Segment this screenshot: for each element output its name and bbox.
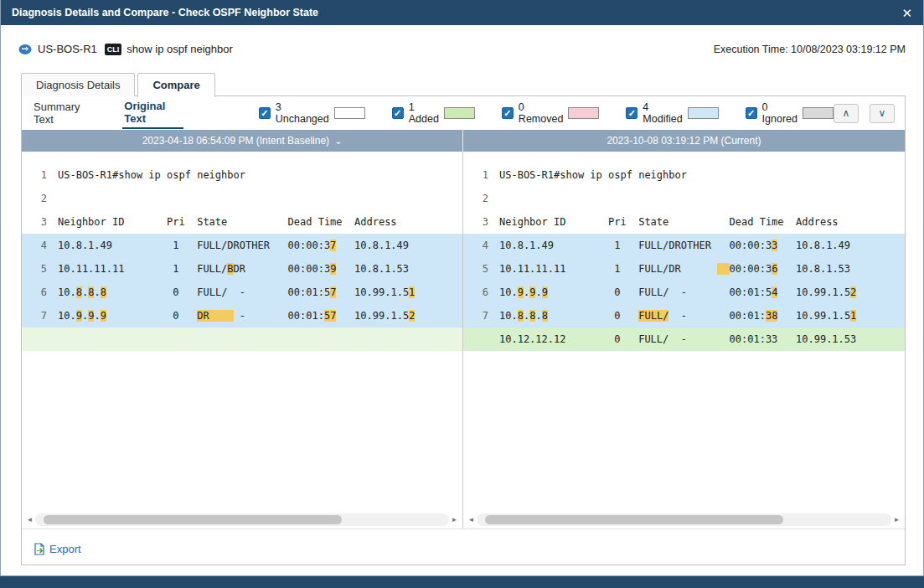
filter-label: 4 Modified <box>643 101 682 125</box>
scrollbar-track[interactable] <box>477 513 891 526</box>
color-swatch <box>568 107 599 119</box>
color-swatch <box>688 107 719 119</box>
filter-label: 3 Unchanged <box>276 101 329 125</box>
diff-left-pane: 1US-BOS-R1#show ip ospf neighbor23Neighb… <box>22 152 463 529</box>
compare-column-headers: 2023-04-18 06:54:09 PM (Intent Baseline)… <box>22 130 905 152</box>
scroll-right-arrow-icon[interactable]: ► <box>891 516 902 524</box>
device-icon <box>18 44 32 55</box>
line-number: 6 <box>22 286 58 298</box>
scroll-right-arrow-icon[interactable]: ► <box>449 516 460 524</box>
scroll-left-arrow-icon[interactable]: ◄ <box>466 516 477 524</box>
view-summary-text[interactable]: Summary Text <box>32 98 95 128</box>
checkbox-icon[interactable]: ✓ <box>392 107 404 119</box>
export-label: Export <box>49 543 81 555</box>
tab-bar: Diagnosis Details Compare <box>1 73 923 96</box>
line-text: 10.12.12.12 0 FULL/ - 00:01:33 10.99.1.5… <box>499 333 856 345</box>
panel-footer: Export <box>22 529 905 568</box>
line-number: 4 <box>22 240 58 251</box>
diff-line: 710.9.9.9 0 DR - 00:01:57 10.99.1.52 <box>22 304 462 328</box>
diff-line: 2 <box>22 187 462 210</box>
line-number: 1 <box>463 169 499 181</box>
checkbox-icon[interactable]: ✓ <box>626 107 638 119</box>
export-icon <box>34 543 45 555</box>
line-text: US-BOS-R1#show ip ospf neighbor <box>58 169 245 181</box>
filter-1-added[interactable]: ✓1 Added <box>392 101 475 125</box>
tab-diagnosis-details[interactable]: Diagnosis Details <box>21 73 135 96</box>
diff-nav-buttons: ∧ ∨ <box>834 104 895 123</box>
device-info: US-BOS-R1 CLI show ip ospf neighbor <box>18 43 233 55</box>
diff-line: 610.8.8.8 0 FULL/ - 00:01:57 10.99.1.51 <box>22 281 462 304</box>
diff-line: 3Neighbor ID Pri State Dead Time Address <box>463 210 905 234</box>
diff-line: 610.9.9.9 0 FULL/ - 00:01:54 10.99.1.52 <box>463 281 905 304</box>
diff-line: 10.12.12.12 0 FULL/ - 00:01:33 10.99.1.5… <box>463 328 905 351</box>
diff-view: 1US-BOS-R1#show ip ospf neighbor23Neighb… <box>22 152 905 529</box>
device-header: US-BOS-R1 CLI show ip ospf neighbor Exec… <box>1 25 923 73</box>
line-number: 2 <box>22 193 58 204</box>
line-number: 3 <box>22 216 58 228</box>
filter-group: ✓3 Unchanged✓1 Added✓0 Removed✓4 Modifie… <box>259 101 834 125</box>
scrollbar-track[interactable] <box>35 513 449 526</box>
line-number: 4 <box>463 240 499 251</box>
line-number: 7 <box>463 310 499 322</box>
title-bar: Diagnosis Details and Compare - Check OS… <box>1 0 923 25</box>
scroll-left-arrow-icon[interactable]: ◄ <box>24 516 35 524</box>
line-text: 10.8.8.8 0 FULL/ - 00:01:38 10.99.1.51 <box>499 310 856 322</box>
line-text: US-BOS-R1#show ip ospf neighbor <box>499 169 687 181</box>
diff-right-pane: 1US-BOS-R1#show ip ospf neighbor23Neighb… <box>463 152 905 529</box>
compare-panel: Summary Text Original Text ✓3 Unchanged✓… <box>21 95 906 565</box>
line-text: 10.11.11.11 1 FULL/BDR 00:00:39 10.8.1.5… <box>58 263 409 275</box>
dialog-title: Diagnosis Details and Compare - Check OS… <box>12 7 318 18</box>
color-swatch <box>334 107 365 119</box>
horizontal-scrollbar[interactable]: ◄ ► <box>466 513 902 526</box>
line-text: 10.9.9.9 0 FULL/ - 00:01:54 10.99.1.52 <box>499 286 856 298</box>
filter-0-removed[interactable]: ✓0 Removed <box>502 101 600 125</box>
filter-label: 0 Ignored <box>762 101 798 125</box>
filter-label: 0 Removed <box>519 101 564 125</box>
baseline-lines: 1US-BOS-R1#show ip ospf neighbor23Neighb… <box>22 152 462 351</box>
previous-diff-button[interactable]: ∧ <box>834 104 859 123</box>
line-number: 5 <box>463 263 499 275</box>
baseline-header-label: 2023-04-18 06:54:09 PM (Intent Baseline) <box>142 135 329 147</box>
diff-line: 3Neighbor ID Pri State Dead Time Address <box>22 210 462 234</box>
scrollbar-thumb[interactable] <box>485 515 783 524</box>
current-header: 2023-10-08 03:19:12 PM (Current) <box>463 130 905 152</box>
filter-label: 1 Added <box>409 101 439 125</box>
current-lines: 1US-BOS-R1#show ip ospf neighbor23Neighb… <box>463 152 905 351</box>
device-name: US-BOS-R1 <box>38 43 97 55</box>
diff-line: 1US-BOS-R1#show ip ospf neighbor <box>463 163 905 187</box>
line-number: 3 <box>463 216 499 228</box>
filter-4-modified[interactable]: ✓4 Modified <box>626 101 718 125</box>
scrollbar-thumb[interactable] <box>44 515 342 524</box>
chevron-down-icon: ∨ <box>879 107 886 119</box>
next-diff-button[interactable]: ∨ <box>870 104 895 123</box>
diff-line: 410.8.1.49 1 FULL/DROTHER 00:00:37 10.8.… <box>22 234 462 257</box>
line-text: 10.9.9.9 0 DR - 00:01:57 10.99.1.52 <box>58 310 415 322</box>
diff-line: 410.8.1.49 1 FULL/DROTHER 00:00:33 10.8.… <box>463 234 905 257</box>
tab-compare[interactable]: Compare <box>137 73 214 97</box>
line-text: 10.8.8.8 0 FULL/ - 00:01:57 10.99.1.51 <box>58 286 415 298</box>
checkbox-icon[interactable]: ✓ <box>746 107 757 119</box>
view-original-text[interactable]: Original Text <box>122 97 183 129</box>
close-icon[interactable]: ✕ <box>901 7 912 19</box>
diff-line: 510.11.11.11 1 FULL/BDR 00:00:39 10.8.1.… <box>22 257 462 281</box>
checkbox-icon[interactable]: ✓ <box>502 107 514 119</box>
current-header-label: 2023-10-08 03:19:12 PM (Current) <box>607 135 761 147</box>
diff-line <box>22 328 462 351</box>
chevron-up-icon: ∧ <box>843 107 850 119</box>
line-text: Neighbor ID Pri State Dead Time Address <box>58 216 397 228</box>
line-number: 7 <box>22 310 58 322</box>
diff-line: 2 <box>463 187 905 210</box>
line-text: Neighbor ID Pri State Dead Time Address <box>499 216 839 228</box>
line-number: 6 <box>463 286 499 298</box>
export-button[interactable]: Export <box>34 543 81 555</box>
color-swatch <box>803 107 834 119</box>
horizontal-scrollbar[interactable]: ◄ ► <box>24 513 460 526</box>
line-text: 10.11.11.11 1 FULL/DR 00:00:36 10.8.1.53 <box>499 263 850 275</box>
baseline-header[interactable]: 2023-04-18 06:54:09 PM (Intent Baseline)… <box>22 130 463 152</box>
color-swatch <box>444 107 475 119</box>
cli-badge: CLI <box>105 44 122 55</box>
checkbox-icon[interactable]: ✓ <box>259 107 271 119</box>
filter-3-unchanged[interactable]: ✓3 Unchanged <box>259 101 365 125</box>
filter-0-ignored[interactable]: ✓0 Ignored <box>746 101 834 125</box>
command-text: show ip ospf neighbor <box>126 43 232 55</box>
